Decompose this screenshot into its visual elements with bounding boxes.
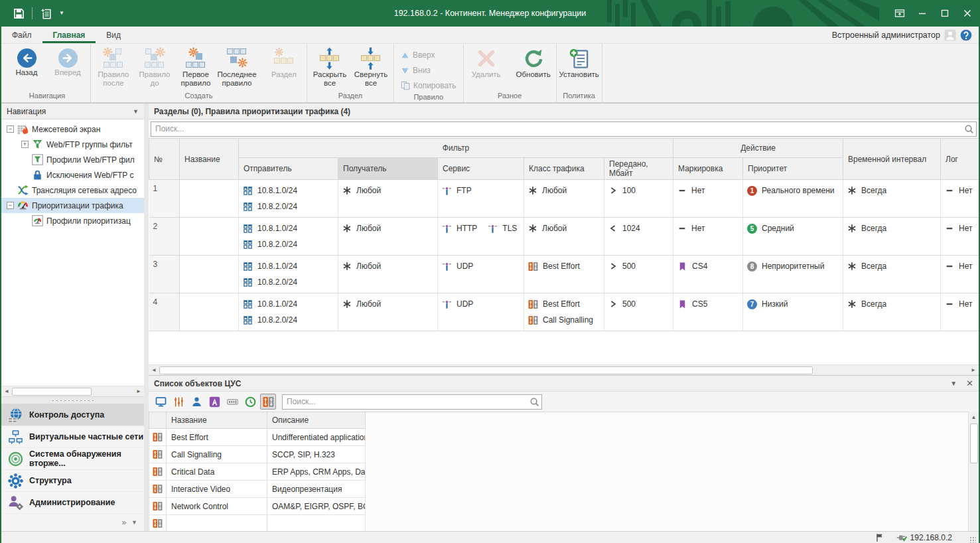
search-icon[interactable]	[527, 397, 541, 407]
col-group-filter[interactable]: Фильтр	[239, 139, 673, 158]
tree-item-firewall[interactable]: − Межсетевой экран	[1, 121, 144, 137]
install-quick-button[interactable]	[38, 5, 54, 21]
scroll-right-icon[interactable]: ►	[968, 365, 979, 375]
col-header-icon[interactable]	[149, 412, 167, 429]
tree-item-webftp-exceptions[interactable]: Исключения Web/FTP с	[1, 167, 144, 183]
more-buttons-icon[interactable]: »	[121, 518, 126, 527]
object-row[interactable]: Interactive Video Видеопрезентация	[149, 481, 366, 498]
objects-vertical-scrollbar[interactable]: ▲	[968, 412, 979, 531]
panel-close-button[interactable]: ✕	[966, 378, 973, 388]
rule-after-button[interactable]: Правило после	[94, 46, 133, 88]
time-intervals-filter-button[interactable]	[242, 394, 258, 410]
nav-item-administration[interactable]: Администрирование	[1, 492, 144, 514]
move-down-button[interactable]: Вниз	[397, 64, 435, 77]
rules-search-input[interactable]	[151, 124, 961, 133]
sidebar-horizontal-scrollbar[interactable]: ◄ ►	[1, 386, 144, 396]
object-row[interactable]: Network Control OAM&P, EIGRP, OSPF, BG..…	[149, 498, 366, 515]
rule-row[interactable]: 4 10.8.1.0/24 10.8.2.0/24 Любой UDP Best…	[149, 293, 980, 331]
rule-before-button[interactable]: Правило до	[135, 46, 175, 88]
minimize-button[interactable]	[911, 3, 934, 23]
col-header-service[interactable]: Сервис	[438, 158, 524, 180]
col-header-interval[interactable]: Временной интервал	[843, 139, 941, 180]
expand-all-button[interactable]: Раскрыть все	[310, 46, 350, 88]
refresh-button[interactable]: Обновить	[514, 46, 553, 79]
expand-node-icon[interactable]: +	[21, 141, 29, 148]
nav-item-access-control[interactable]: Контроль доступа	[1, 404, 144, 426]
copy-button[interactable]: Копировать	[397, 79, 460, 92]
collapse-panel-icon[interactable]: ▼	[133, 108, 139, 115]
tab-view[interactable]: Вид	[96, 27, 131, 43]
sidebar-splitter[interactable]	[1, 396, 144, 404]
nav-item-ids[interactable]: Система обнаружения вторже...	[1, 448, 144, 470]
scroll-left-icon[interactable]: ◄	[149, 365, 159, 375]
col-header-object-desc[interactable]: Описание	[267, 412, 366, 429]
objects-search-input[interactable]	[283, 397, 527, 406]
create-section-button[interactable]: Раздел	[264, 46, 304, 79]
applications-filter-button[interactable]	[206, 394, 222, 410]
close-button[interactable]	[956, 3, 979, 23]
rule-row[interactable]: 2 10.8.1.0/24 10.8.2.0/24 Любой HTTP TLS	[149, 218, 980, 256]
col-header-log[interactable]: Лог	[941, 139, 980, 180]
col-header-name[interactable]: Название	[180, 139, 239, 180]
collapse-node-icon[interactable]: −	[7, 125, 14, 133]
rule-row[interactable]: 3 10.8.1.0/24 10.8.2.0/24 Любой UDP Best…	[149, 256, 980, 293]
flag-icon[interactable]	[875, 533, 884, 542]
tab-file[interactable]: Файл	[1, 27, 42, 43]
scrollbar-thumb[interactable]	[159, 366, 813, 374]
collapse-all-button[interactable]: Свернуть все	[351, 46, 391, 88]
tree-item-nat[interactable]: Трансляция сетевых адресо	[1, 183, 144, 198]
object-row[interactable]: Call Signalling SCCP, SIP, H.323	[149, 446, 366, 463]
tree-item-webftp-profiles[interactable]: Профили Web/FTP фил	[1, 152, 144, 167]
delete-button[interactable]: Удалить	[466, 46, 506, 79]
install-policy-button[interactable]: Установить	[559, 46, 599, 79]
scroll-left-icon[interactable]: ◄	[1, 386, 12, 396]
hosts-filter-button[interactable]	[153, 394, 169, 410]
password-filter-button[interactable]	[224, 394, 240, 410]
forward-button[interactable]: Вперед	[48, 46, 88, 77]
last-rule-button[interactable]: Последнее правило	[217, 46, 257, 88]
col-group-action[interactable]: Действие	[673, 139, 843, 158]
nav-options-icon[interactable]: ▼	[131, 519, 137, 526]
services-filter-button[interactable]	[171, 394, 186, 410]
help-button[interactable]	[960, 29, 972, 41]
move-up-button[interactable]: Вверх	[397, 48, 439, 62]
vertical-splitter[interactable]	[144, 103, 149, 531]
quick-access-customize-button[interactable]: ▼	[59, 11, 64, 16]
traffic-classes-filter-button[interactable]	[260, 394, 276, 410]
tree-item-webftp-groups[interactable]: + Web/FTP группы фильт	[1, 137, 144, 152]
users-filter-button[interactable]	[188, 394, 204, 410]
first-rule-button[interactable]: Первое правило	[176, 46, 216, 88]
user-avatar[interactable]	[944, 29, 956, 41]
col-header-object-name[interactable]: Название	[167, 412, 267, 429]
nav-item-structure[interactable]: Структура	[1, 470, 144, 492]
scrollbar-thumb[interactable]	[970, 424, 978, 463]
nav-item-vpn[interactable]: Виртуальные частные сети	[1, 426, 144, 448]
rules-horizontal-scrollbar[interactable]: ◄ ►	[149, 364, 979, 375]
col-header-recipient[interactable]: Получатель	[338, 158, 438, 180]
search-icon[interactable]	[961, 124, 976, 134]
tree-item-prioritization-profiles[interactable]: Профили приоритизац	[1, 213, 144, 228]
scroll-up-icon[interactable]: ▲	[969, 412, 979, 422]
object-row[interactable]: Best Effort Undifferentiated application…	[149, 429, 366, 446]
collapse-node-icon[interactable]: −	[7, 202, 14, 209]
create-section-icon	[273, 47, 295, 70]
tab-home[interactable]: Главная	[42, 27, 96, 43]
scroll-right-icon[interactable]: ►	[133, 386, 144, 396]
col-header-traffic-class[interactable]: Класс трафика	[524, 158, 604, 180]
rule-row[interactable]: 1 10.8.1.0/24 10.8.2.0/24 Любой FTP Любо…	[149, 180, 980, 218]
tree-item-traffic-prioritization[interactable]: − Приоритизации трафика	[1, 198, 144, 213]
save-button[interactable]	[11, 5, 27, 21]
object-row[interactable]: Critical Data ERP Apps, CRM Apps, Dat...	[149, 463, 366, 481]
col-header-transferred[interactable]: Передано, Мбайт	[604, 158, 673, 180]
col-header-sender[interactable]: Отправитель	[239, 158, 338, 180]
panel-menu-icon[interactable]: ▼	[950, 380, 957, 387]
col-header-marking[interactable]: Маркировка	[673, 158, 743, 180]
back-button[interactable]: Назад	[7, 46, 46, 77]
resize-grip[interactable]	[969, 536, 976, 543]
col-header-priority[interactable]: Приоритет	[743, 158, 843, 180]
maximize-button[interactable]	[934, 3, 956, 23]
scrollbar-thumb[interactable]	[12, 388, 92, 396]
object-row-partial[interactable]	[149, 515, 366, 532]
ribbon-display-options-button[interactable]	[888, 3, 911, 23]
col-header-num[interactable]: №	[149, 139, 180, 180]
